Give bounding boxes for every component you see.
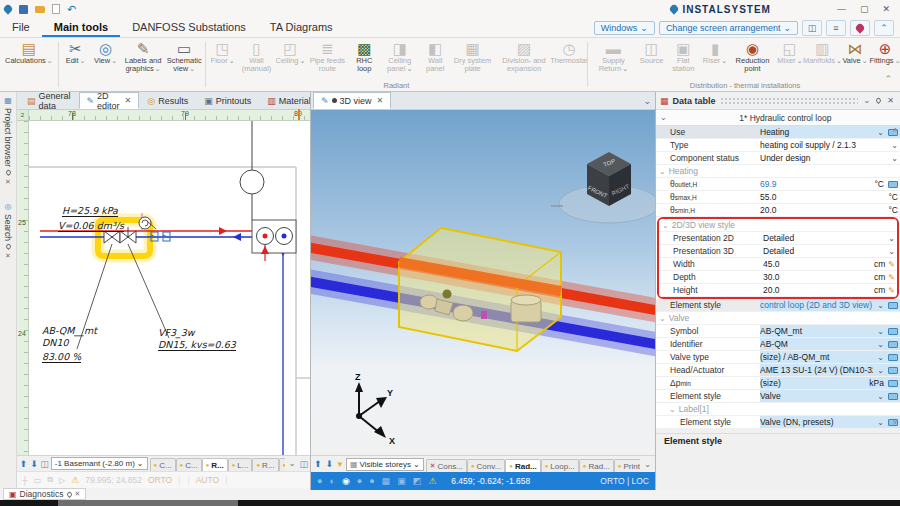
play-icon[interactable]: ▷ (59, 476, 65, 485)
copy-icon[interactable]: ⧉ (47, 475, 53, 485)
ribbon-button-thermostat[interactable]: ◷Thermostat (553, 38, 585, 80)
chevron-down-icon[interactable]: ⌄ (662, 221, 669, 230)
menu-tab-ta-diagrams[interactable]: TA Diagrams (258, 18, 345, 37)
property-row-depth[interactable]: Depth30.0cm✎ (659, 271, 897, 284)
sphere-icon[interactable]: ● (357, 476, 362, 486)
warning-icon[interactable]: ⚠ (428, 476, 436, 486)
chevron-down-icon[interactable]: ⌄ (877, 353, 884, 362)
view-tab-c[interactable]: ●C... (150, 458, 176, 471)
property-row-component-status[interactable]: Component statusUnder design⌄ (656, 152, 900, 165)
chevron-down-icon[interactable]: ⌄ (669, 405, 676, 414)
pin-icon[interactable] (4, 243, 11, 250)
ribbon-button-riser[interactable]: ▮Riser⌄ (700, 38, 730, 80)
scroll-up-icon[interactable]: ∧ (892, 126, 897, 134)
ribbon-button-edit[interactable]: ✂Edit⌄ (61, 38, 91, 80)
chevron-down-icon[interactable]: ⌄ (877, 301, 884, 310)
crosshair-icon[interactable]: ┼ (22, 476, 28, 485)
chevron-down-icon[interactable]: ⌄ (877, 418, 884, 427)
new-view-icon[interactable]: ◫ (299, 459, 308, 469)
filter-icon[interactable]: ▼ (336, 460, 344, 469)
ribbon-button-pipe-feeds-route[interactable]: ≣Pipe feeds route (305, 38, 349, 80)
storey-up-icon[interactable]: ⬆ (313, 459, 323, 469)
view-tab-r[interactable]: ●R... (202, 458, 228, 471)
open-icon[interactable] (35, 6, 45, 13)
side-tab-project-browser[interactable]: ▦Project browser✕ (3, 96, 13, 186)
view-cube[interactable]: TOP FRONT RIGHT (551, 152, 655, 223)
ribbon-button-flat-station[interactable]: ▣Flat station (667, 38, 700, 80)
screen-layout-button[interactable]: ◫ (802, 20, 822, 36)
tab-printouts[interactable]: ▣Printouts (196, 92, 259, 109)
group-row-2d-3d-view-style[interactable]: ⌄2D/3D view style (659, 219, 897, 232)
property-row-presentation-2d[interactable]: Presentation 2DDetailed⌄ (659, 232, 897, 245)
menu-tab-file[interactable]: File (0, 18, 42, 37)
chevron-down-icon[interactable]: ⌄ (643, 96, 651, 106)
view-tab-r[interactable]: ●R... (252, 458, 278, 471)
ribbon-button-reduction-point[interactable]: ◉Reduction point (730, 38, 775, 80)
view-tab-l[interactable]: ●L... (228, 458, 253, 471)
property-row-outlet-h[interactable]: θoutlet,H69.9°C (656, 178, 900, 191)
more-tabs-icon[interactable]: ⌄ (287, 459, 298, 468)
maximize-button[interactable]: ▢ (860, 4, 869, 14)
chevron-down-icon[interactable]: ⌄ (877, 128, 884, 137)
view-tab-print[interactable]: ●Print... (614, 459, 641, 472)
more-tabs-icon[interactable]: ⌄ (642, 460, 653, 469)
property-row-identifier[interactable]: IdentifierAB-QM⌄ (656, 338, 900, 351)
view-tab-pr[interactable]: ●Pr... (279, 458, 285, 471)
ribbon-button-labels-and-graphics[interactable]: ✎Labels and graphics⌄ (121, 38, 166, 80)
view-tab-rad[interactable]: ●Rad... (505, 459, 540, 472)
property-row-presentation-3d[interactable]: Presentation 3DDetailed⌄ (659, 245, 897, 258)
property-row-width[interactable]: Width45.0cm✎ (659, 258, 897, 271)
ribbon-button-floor[interactable]: ◳Floor⌄ (208, 38, 238, 80)
ribbon-button-ceiling-panel[interactable]: ◨Ceiling panel⌄ (379, 38, 420, 80)
property-row-smin-h[interactable]: θsmin,H20.0°C (656, 204, 900, 217)
property-row-smax-h[interactable]: θsmax,H55.0°C (656, 191, 900, 204)
chevron-down-icon[interactable]: ⌄ (862, 96, 873, 105)
3d-viewport[interactable]: TOP FRONT RIGHT Z Y X (311, 110, 655, 455)
layers-icon[interactable]: ◫ (40, 459, 49, 469)
chevron-down-icon[interactable]: ⌄ (877, 340, 884, 349)
pin-icon[interactable] (65, 490, 72, 497)
property-row-element-style[interactable]: Element styleValve⌄ (656, 390, 900, 403)
grid-icon[interactable]: ▦ (382, 476, 391, 486)
visible-storeys-selector[interactable]: ▦ Visible storeys ⌄ (346, 458, 424, 471)
tab-results[interactable]: ◎Results (139, 92, 196, 109)
tab-general-data[interactable]: ▤General data (19, 92, 79, 109)
property-row-type[interactable]: Typeheating coil supply / 2.1.3⌄ (656, 139, 900, 152)
ribbon-button-valve[interactable]: ⋈Valve⌄ (840, 38, 870, 80)
ribbon-button-schematic-view[interactable]: ▭Schematic view⌄ (166, 38, 203, 80)
ribbon-button-wall-panel[interactable]: ◧Wall panel (420, 38, 450, 80)
side-tab-search[interactable]: ◎Search✕ (3, 202, 13, 260)
close-icon[interactable]: ✕ (4, 178, 12, 186)
save-icon[interactable] (19, 5, 28, 14)
close-button[interactable]: ✕ (882, 4, 890, 14)
close-icon[interactable]: ✕ (125, 96, 132, 105)
storey-selector[interactable]: -1 Basemant (-2.80 m) ⌄ (51, 457, 148, 470)
property-row-use[interactable]: UseHeating⌄ (656, 126, 900, 139)
auto-flag[interactable]: AUTO (196, 475, 219, 485)
storey-up-icon[interactable]: ⬆ (19, 459, 28, 469)
view-tab-rad[interactable]: ●Rad... (579, 459, 614, 472)
3d-status-flags[interactable]: ORTO | LOC (600, 476, 649, 486)
minimize-button[interactable]: — (837, 4, 846, 14)
library-button[interactable]: ≡ (826, 20, 846, 36)
sphere-icon[interactable]: ● (369, 476, 374, 486)
property-row-valve-type[interactable]: Valve type(size) / AB-QM_mt⌄ (656, 351, 900, 364)
menu-tab-danfoss-substations[interactable]: DANFOSS Substations (120, 18, 258, 37)
tab-3d-view[interactable]: ✎ 3D view ✕ (313, 92, 391, 109)
warning-icon[interactable]: ⚠ (71, 475, 79, 485)
ribbon-button-division-and-expansion-joint[interactable]: ▨Division- and expansion joint⌄ (495, 38, 553, 80)
ribbon-button-calculations[interactable]: ▤Calculations⌄ (2, 38, 56, 80)
select-rect-icon[interactable]: ▭ (34, 476, 42, 485)
vertical-ruler[interactable]: 25 24 (17, 121, 29, 455)
ribbon-collapse-button[interactable]: ⌃ (884, 74, 892, 84)
ribbon-button-supply-return[interactable]: ▬Supply Return⌄ (590, 38, 637, 80)
ribbon-button-mixer[interactable]: ◱Mixer⌄ (775, 38, 805, 80)
property-row-pmin[interactable]: Δpmin(size)kPa (656, 377, 900, 390)
chevron-down-icon[interactable]: ⌄ (659, 167, 666, 176)
chevron-down-icon[interactable]: ⌄ (877, 327, 884, 336)
ribbon-button-wall-manual[interactable]: ▯Wall (manual) (238, 38, 276, 80)
chevron-down-icon[interactable]: ⌄ (877, 392, 884, 401)
view-tab-loop[interactable]: ●Loop... (541, 459, 579, 472)
panel-icon[interactable]: ▣ (397, 476, 406, 486)
property-row-head-actuator[interactable]: Head/ActuatorAME 13 SU-1 (24 V) (DN10-32… (656, 364, 900, 377)
